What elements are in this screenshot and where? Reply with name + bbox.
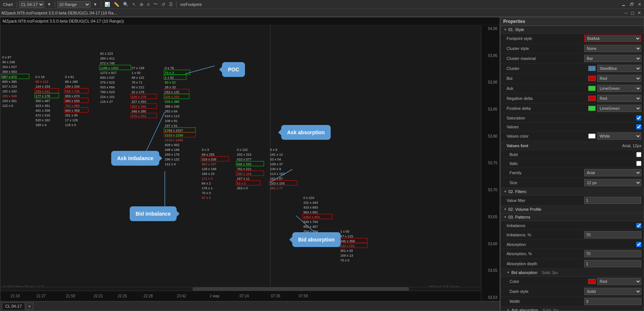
svg-text:53 x 0: 53 x 0 [237,182,246,185]
range-icon[interactable]: ▼ [92,1,99,7]
bid-absorption-dash-select[interactable]: Solid [584,288,641,295]
close-icon[interactable]: ✕ [637,1,643,7]
size-row: Size 12 px [501,178,644,188]
ask-absorption-header[interactable]: ▼ Ask absorption Solid, 3px [501,307,644,311]
scrollbar-thumb[interactable] [192,287,409,291]
absorption-checkbox[interactable] [636,242,641,247]
svg-text:410 x 577: 410 x 577 [237,158,252,161]
bid-absorption-color-select[interactable]: Red [597,278,641,285]
svg-text:167 x 11: 167 x 11 [237,177,250,180]
section-volume-profile[interactable]: ▼ 02. Volume Profile [501,206,644,213]
time-0759: 07:59 [299,294,308,298]
size-control: 12 px [584,179,641,186]
maximize-icon[interactable]: 🗗 [628,1,635,7]
zoom-icon[interactable]: 🔍 [122,1,130,7]
values-checkbox[interactable] [636,124,641,129]
neg-delta-swatch[interactable] [588,96,596,101]
absorption-depth-input[interactable] [584,260,641,267]
cursor-icon[interactable]: ↖ [131,1,137,7]
bid-absorption-color-swatch[interactable] [588,279,596,284]
time-0735: 07:35 [271,294,280,298]
neg-delta-select[interactable]: Red [597,95,641,102]
bid-color-swatch[interactable] [588,76,596,81]
section-patterns-arrow: ▼ [504,215,507,219]
svg-text:75 x 0: 75 x 0 [340,258,350,262]
values-control [636,124,641,129]
win-close[interactable]: ✕ [636,10,643,16]
footprint-style-select[interactable]: BidAsk [584,35,641,42]
values-color-swatch[interactable] [588,133,596,139]
bid-absorption-width-input[interactable] [584,298,641,305]
chart-body[interactable]: 54,00 53,95 53,90 53,85 53,80 53,75 53,7… [0,25,500,301]
price-5375: 53,75 [482,161,499,165]
menu-icon[interactable]: ☰ [168,1,174,7]
italic-checkbox[interactable] [636,161,641,166]
imbalance-checkbox[interactable] [636,223,641,228]
cluster-style-label: Cluster style [507,46,584,51]
imbalance-pct-input[interactable] [584,231,641,239]
svg-text:380 x 558: 380 x 558 [65,99,80,103]
values-color-select[interactable]: White [597,132,641,140]
svg-text:2123 x 1690: 2123 x 1690 [165,138,183,142]
wave-icon[interactable]: 〜 [152,1,159,8]
sep4 [176,1,177,7]
section-filters[interactable]: ▼ 02. Filters [501,188,644,196]
absorption-pct-control [584,250,641,257]
svg-text:964 x 901: 964 x 901 [303,210,318,214]
stairs-icon[interactable]: ≡ [146,1,151,7]
svg-text:928 x 452: 928 x 452 [165,143,180,147]
cluster-style-select[interactable]: None [584,45,641,52]
svg-text:163 x 155: 163 x 155 [270,182,285,185]
chart-scrollbar[interactable] [0,287,481,291]
refresh-icon[interactable]: ↺ [160,1,166,7]
pos-delta-swatch[interactable] [588,106,596,111]
bar-chart-icon[interactable]: 📊 [103,1,111,7]
pencil-icon[interactable]: ✏️ [113,1,120,7]
svg-text:423 x 361: 423 x 361 [35,104,50,108]
cluster-maximal-select[interactable]: Bar [584,55,641,62]
properties-panel[interactable]: ▼ 01. Style Footprint style BidAsk Clust… [500,26,644,311]
size-select[interactable]: 12 px [584,179,641,186]
chart-window: MZpack.NT8.mzFootprint 3.5.0 beta DEBUG(… [0,17,500,311]
tab-cl[interactable]: CL 04-17 [2,302,25,310]
win-restore[interactable]: ◻ [629,10,636,16]
bid-absorption-width-control [584,298,641,305]
ask-color-select[interactable]: LimeGreen [597,85,641,92]
section-filters-label: 02. Filters [508,189,526,194]
bid-absorption-header[interactable]: ▼ Bid absorption Solid, 3px [501,269,644,277]
bold-checkbox[interactable] [636,152,641,157]
svg-text:553 x 656: 553 x 656 [100,85,115,89]
range-select[interactable]: 10 Range [57,1,91,8]
bid-color-select[interactable]: Red [597,75,641,82]
instrument-select[interactable]: CL 04-17 [19,1,44,8]
chart-content[interactable]: 0 x 87 90 x 236 254 x 527 369 x 593 687 … [0,25,481,301]
absorption-pct-input[interactable] [584,250,641,257]
value-filter-label: Value filter [507,198,584,203]
svg-text:134 x 9: 134 x 9 [270,167,281,171]
bid-absorption-color-label: Color [510,279,588,284]
svg-text:388 x 230: 388 x 230 [165,105,180,108]
svg-text:282 x 64: 282 x 64 [165,109,178,113]
pos-delta-select[interactable]: LimeGreen [597,105,641,112]
svg-text:1186 x 1353: 1186 x 1353 [100,66,119,70]
target-icon[interactable]: ⊕ [139,1,144,7]
win-minimize[interactable]: ─ [623,10,629,16]
tab-add-button[interactable]: + [26,302,33,310]
section-patterns[interactable]: ▼ 03. Patterns [501,213,644,221]
saturation-checkbox[interactable] [636,115,641,121]
svg-text:483 x 359: 483 x 359 [65,109,80,112]
chart-menu[interactable]: Chart [1,2,14,7]
section-style[interactable]: ▼ 01. Style [501,26,644,34]
ask-color-swatch[interactable] [588,86,596,91]
svg-text:128 x 169: 128 x 169 [202,167,217,171]
cluster-label: Cluster [507,66,588,71]
cluster-color-select[interactable]: SteelBlue [597,65,641,72]
minimize-icon[interactable]: 🗕 [620,1,627,7]
cluster-color-swatch[interactable] [588,66,596,71]
svg-text:369 x 341: 369 x 341 [35,89,50,93]
instrument-icon[interactable]: ▼ [46,1,52,7]
family-select[interactable]: Arial [584,169,641,176]
indicator-label: mzFootprint [179,2,203,7]
toolbar: Chart CL 04-17 ▼ 10 Range ▼ 📊 ✏️ 🔍 ↖ ⊕ ≡… [0,0,644,9]
value-filter-input[interactable] [584,197,641,204]
